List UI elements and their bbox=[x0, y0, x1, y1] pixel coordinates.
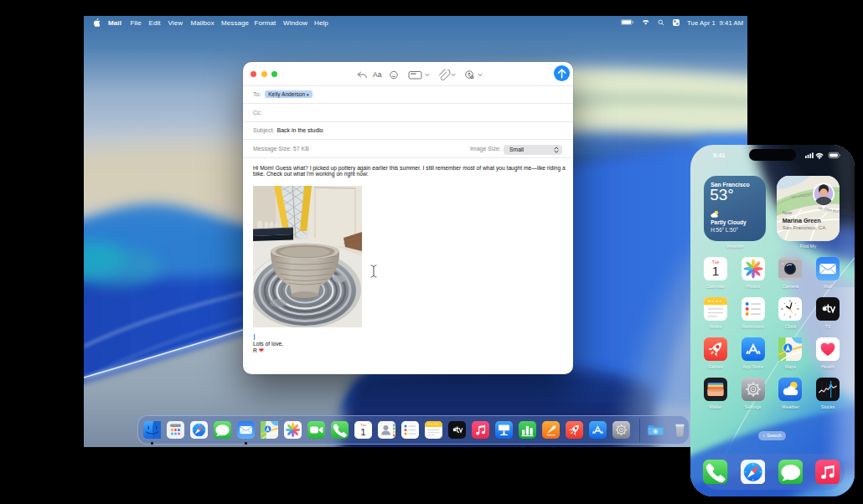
svg-text:Aa: Aa bbox=[373, 70, 382, 79]
